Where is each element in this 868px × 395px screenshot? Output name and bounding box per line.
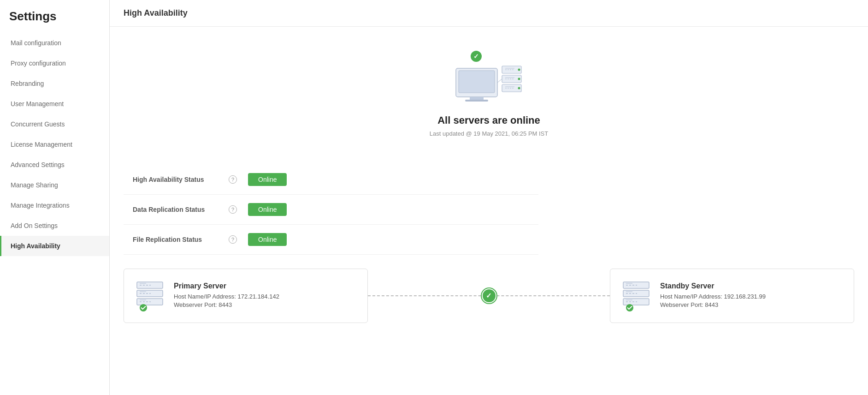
primary-server-icon xyxy=(133,278,166,313)
primary-server-title: Primary Server xyxy=(174,282,358,290)
primary-port-value: 8443 xyxy=(218,301,232,308)
connection-check-badge xyxy=(482,288,496,303)
sidebar-item-mail-configuration[interactable]: Mail configuration xyxy=(0,33,109,53)
ha-status-row: High Availability Status ? Online xyxy=(124,165,538,195)
status-area: All servers are online Last updated @ 19… xyxy=(124,41,854,156)
svg-point-26 xyxy=(140,304,147,311)
standby-server-info: Standby Server Host Name/IP Address: 192… xyxy=(660,282,844,310)
status-rows: High Availability Status ? Online Data R… xyxy=(124,165,538,255)
standby-hostname-value: 192.168.231.99 xyxy=(724,293,766,300)
primary-port-label: Webserver Port: xyxy=(174,301,217,308)
sidebar-item-proxy-configuration[interactable]: Proxy configuration xyxy=(0,53,109,73)
svg-point-9 xyxy=(518,78,520,80)
ha-illustration xyxy=(452,57,526,105)
sidebar-item-high-availability[interactable]: High Availability xyxy=(0,236,109,256)
standby-hostname-label: Host Name/IP Address: xyxy=(660,293,722,300)
status-title: All servers are online xyxy=(437,114,540,126)
ha-status-label-group: High Availability Status ? xyxy=(133,175,237,184)
sidebar-item-manage-integrations[interactable]: Manage Integrations xyxy=(0,195,109,215)
primary-server-hostname: Host Name/IP Address: 172.21.184.142 xyxy=(174,293,358,300)
standby-port-label: Webserver Port: xyxy=(660,301,703,308)
file-replication-help-icon[interactable]: ? xyxy=(229,235,237,244)
main-content: All servers are online Last updated @ 19… xyxy=(110,27,868,337)
svg-line-16 xyxy=(497,79,502,83)
sidebar-item-user-management[interactable]: User Management xyxy=(0,94,109,114)
file-replication-badge: Online xyxy=(248,233,287,246)
standby-server-port: Webserver Port: 8443 xyxy=(660,301,844,308)
ha-status-label: High Availability Status xyxy=(133,176,225,183)
data-replication-badge: Online xyxy=(248,203,287,216)
standby-server-hostname: Host Name/IP Address: 192.168.231.99 xyxy=(660,293,844,300)
sidebar-item-license-management[interactable]: License Management xyxy=(0,134,109,155)
server-illustration xyxy=(452,50,526,105)
ha-status-badge: Online xyxy=(248,173,287,186)
standby-server-title: Standby Server xyxy=(660,282,844,290)
server-cards: Primary Server Host Name/IP Address: 172… xyxy=(124,269,854,323)
primary-server-card: Primary Server Host Name/IP Address: 172… xyxy=(124,269,368,323)
sidebar: Settings Mail configurationProxy configu… xyxy=(0,0,110,395)
data-replication-label-group: Data Replication Status ? xyxy=(133,205,237,214)
status-subtitle: Last updated @ 19 May 2021, 06:25 PM IST xyxy=(430,130,548,137)
sidebar-item-add-on-settings[interactable]: Add On Settings xyxy=(0,215,109,236)
svg-rect-2 xyxy=(470,97,484,100)
data-replication-label: Data Replication Status xyxy=(133,206,225,213)
svg-rect-3 xyxy=(465,100,488,102)
sidebar-title: Settings xyxy=(0,9,109,33)
ha-status-help-icon[interactable]: ? xyxy=(229,175,237,184)
primary-server-port: Webserver Port: 8443 xyxy=(174,301,358,308)
svg-point-36 xyxy=(626,304,633,311)
svg-rect-1 xyxy=(459,71,495,93)
data-replication-help-icon[interactable]: ? xyxy=(229,205,237,214)
file-replication-label: File Replication Status xyxy=(133,236,225,243)
standby-server-card: Standby Server Host Name/IP Address: 192… xyxy=(610,269,854,323)
file-replication-row: File Replication Status ? Online xyxy=(124,225,538,255)
connection-line xyxy=(368,288,610,303)
online-check-badge xyxy=(470,50,483,63)
primary-hostname-label: Host Name/IP Address: xyxy=(174,293,236,300)
primary-server-info: Primary Server Host Name/IP Address: 172… xyxy=(174,282,358,310)
main-content-area: High Availability xyxy=(110,0,868,395)
page-title: High Availability xyxy=(110,0,868,27)
sidebar-item-rebranding[interactable]: Rebranding xyxy=(0,73,109,94)
svg-point-13 xyxy=(518,87,520,90)
svg-point-5 xyxy=(518,69,520,71)
data-replication-row: Data Replication Status ? Online xyxy=(124,195,538,225)
sidebar-item-advanced-settings[interactable]: Advanced Settings xyxy=(0,155,109,175)
sidebar-item-manage-sharing[interactable]: Manage Sharing xyxy=(0,175,109,195)
standby-port-value: 8443 xyxy=(705,301,718,308)
sidebar-item-concurrent-guests[interactable]: Concurrent Guests xyxy=(0,114,109,134)
file-replication-label-group: File Replication Status ? xyxy=(133,235,237,244)
standby-server-icon xyxy=(620,278,653,313)
primary-hostname-value: 172.21.184.142 xyxy=(238,293,279,300)
